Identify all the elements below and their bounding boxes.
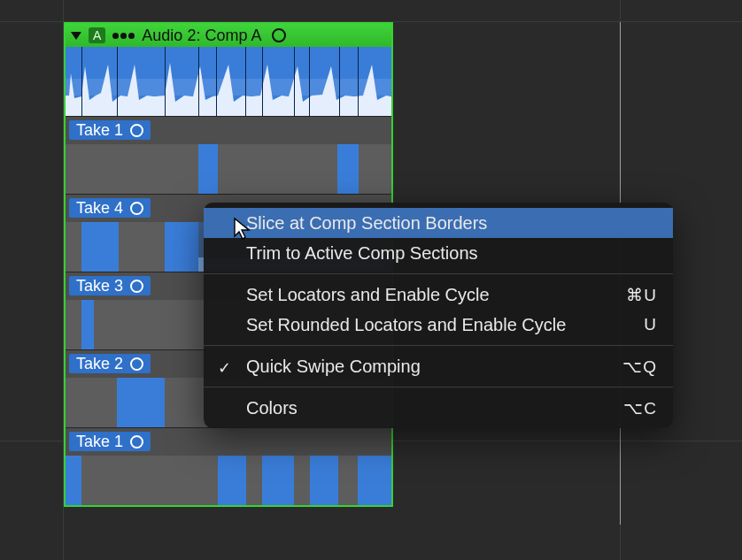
take-label[interactable]: Take 3 <box>69 276 151 295</box>
waveform-row[interactable] <box>66 456 391 505</box>
menu-separator <box>204 273 673 274</box>
waveform-icon <box>66 47 391 116</box>
menu-label: Slice at Comp Section Borders <box>246 213 487 234</box>
context-menu: Slice at Comp Section Borders Trim to Ac… <box>204 203 673 428</box>
loop-indicator-icon <box>130 202 143 215</box>
take-lane[interactable]: Take 1 <box>66 427 391 505</box>
menu-separator <box>204 345 673 346</box>
comp-badge[interactable]: A <box>89 27 105 43</box>
loop-indicator-icon <box>130 435 143 449</box>
menu-label: Set Locators and Enable Cycle <box>246 285 490 305</box>
stage: A Audio 2: Comp A Take 1 <box>0 0 742 560</box>
folder-title: Audio 2: Comp A <box>142 27 261 45</box>
take-label[interactable]: Take 1 <box>69 432 151 451</box>
take-name: Take 3 <box>76 277 123 295</box>
take-label[interactable]: Take 2 <box>69 354 151 373</box>
take-lane[interactable]: Take 1 <box>66 116 391 194</box>
take-label[interactable]: Take 4 <box>69 198 151 218</box>
menu-item-set-locators[interactable]: Set Locators and Enable Cycle ⌘U <box>204 280 673 310</box>
take-folder-header[interactable]: A Audio 2: Comp A <box>66 24 391 47</box>
disclosure-triangle-icon[interactable] <box>71 32 81 40</box>
menu-label: Quick Swipe Comping <box>246 357 421 377</box>
loop-indicator-icon <box>272 28 286 42</box>
loop-indicator-icon <box>130 280 143 293</box>
menu-shortcut: ⌥Q <box>622 357 657 377</box>
take-label[interactable]: Take 1 <box>69 120 151 140</box>
menu-item-quick-swipe[interactable]: ✓ Quick Swipe Comping ⌥Q <box>204 351 673 381</box>
comp-icon[interactable] <box>112 33 135 39</box>
menu-shortcut: ⌘U <box>626 285 657 305</box>
menu-shortcut: ⌥C <box>623 398 657 418</box>
take-name: Take 1 <box>76 433 123 451</box>
menu-shortcut: U <box>644 315 657 334</box>
menu-item-set-rounded-locators[interactable]: Set Rounded Locators and Enable Cycle U <box>204 310 673 340</box>
take-name: Take 2 <box>76 355 123 373</box>
menu-label: Colors <box>246 398 298 418</box>
menu-separator <box>204 387 673 387</box>
menu-label: Trim to Active Comp Sections <box>246 243 478 264</box>
loop-indicator-icon <box>130 124 143 137</box>
waveform-row[interactable] <box>66 144 391 194</box>
take-name: Take 1 <box>76 121 123 140</box>
menu-item-slice[interactable]: Slice at Comp Section Borders <box>204 208 673 238</box>
comp-lane[interactable] <box>66 47 391 116</box>
menu-label: Set Rounded Locators and Enable Cycle <box>246 315 566 335</box>
menu-item-trim[interactable]: Trim to Active Comp Sections <box>204 238 673 268</box>
loop-indicator-icon <box>130 357 143 371</box>
menu-item-colors[interactable]: Colors ⌥C <box>204 393 673 423</box>
take-name: Take 4 <box>76 199 123 218</box>
checkmark-icon: ✓ <box>218 358 231 378</box>
